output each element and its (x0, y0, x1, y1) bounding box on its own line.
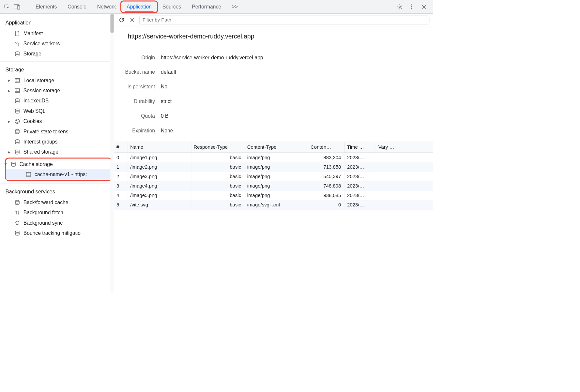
svg-point-10 (17, 44, 20, 46)
cell-name: /image2.png (128, 162, 191, 172)
scrollbar[interactable] (110, 14, 114, 293)
col-content-type[interactable]: Content-Type (245, 142, 308, 153)
svg-point-8 (15, 41, 18, 44)
cell-content-length: 938,085 (308, 191, 344, 200)
tab-sources[interactable]: Sources (157, 0, 186, 13)
cell-response-type: basic (191, 191, 245, 200)
sidebar-item-service-workers[interactable]: Service workers (0, 38, 114, 49)
cache-origin-title: https://service-worker-demo-ruddy.vercel… (114, 26, 434, 46)
expand-icon[interactable]: ▶ (8, 89, 11, 93)
device-toolbar-icon[interactable] (13, 2, 22, 11)
tab-network[interactable]: Network (92, 0, 121, 13)
info-value: None (161, 128, 173, 133)
sidebar-item-background-fetch[interactable]: Background fetch (0, 207, 114, 218)
cell-content-length: 748,898 (308, 181, 344, 191)
info-row-expiration: Expiration None (114, 123, 434, 138)
sidebar-item-private-state-tokens[interactable]: Private state tokens (0, 127, 114, 137)
collapse-icon[interactable]: ▼ (4, 162, 7, 166)
svg-point-3 (399, 6, 401, 8)
col-content-length[interactable]: Conten… (308, 142, 344, 153)
cell-vary (376, 181, 433, 191)
cell-content-length: 883,304 (308, 153, 344, 162)
sidebar-item-manifest[interactable]: Manifest (0, 28, 114, 38)
table-row[interactable]: 5/vite.svgbasicimage/svg+xml02023/… (114, 200, 433, 210)
tab-elements[interactable]: Elements (30, 0, 62, 13)
sidebar-item-cache-name-v1[interactable]: cache-name-v1 - https: (6, 169, 111, 179)
table-row[interactable]: 2/image3.pngbasicimage/png545,3972023/… (114, 172, 433, 181)
expand-icon[interactable]: ▶ (8, 150, 11, 154)
table-row[interactable]: 0/image1.pngbasicimage/png883,3042023/… (114, 153, 433, 162)
sidebar-item-bf-cache[interactable]: Back/forward cache (0, 197, 114, 207)
svg-point-5 (411, 6, 413, 8)
sidebar-item-label: Storage (23, 51, 41, 57)
sidebar-item-label: Background fetch (23, 210, 63, 216)
info-row-persistent: Is persistent No (114, 80, 434, 94)
cache-info: Origin https://service-worker-demo-ruddy… (114, 46, 434, 142)
info-value: https://service-worker-demo-ruddy.vercel… (161, 54, 263, 60)
section-application: Application (0, 16, 114, 28)
cell-index: 1 (114, 162, 128, 172)
application-sidebar: Application Manifest Service workers Sto… (0, 14, 114, 293)
database-icon (10, 161, 16, 167)
col-time-cached[interactable]: Time … (344, 142, 376, 153)
updown-icon (14, 209, 20, 216)
col-name[interactable]: Name (128, 142, 191, 153)
svg-point-6 (411, 8, 413, 9)
sidebar-item-local-storage[interactable]: ▶ Local storage (0, 75, 114, 85)
cache-entries-table: # Name Response-Type Content-Type Conten… (114, 142, 434, 210)
cell-index: 2 (114, 172, 128, 181)
sidebar-item-websql[interactable]: Web SQL (0, 106, 114, 116)
cell-name: /image5.png (128, 191, 191, 200)
table-row[interactable]: 1/image2.pngbasicimage/png713,8582023/… (114, 162, 433, 172)
info-label: Quota (114, 113, 161, 119)
cell-time: 2023/… (344, 181, 376, 191)
inspect-element-icon[interactable] (2, 2, 11, 11)
database-icon (14, 139, 20, 145)
tab-more[interactable]: >> (226, 0, 243, 13)
cell-name: /image1.png (128, 153, 191, 162)
database-icon (14, 199, 20, 205)
table-row[interactable]: 4/image5.pngbasicimage/png938,0852023/… (114, 191, 433, 200)
expand-icon[interactable]: ▶ (8, 79, 11, 83)
info-value: No (161, 84, 167, 90)
table-row[interactable]: 3/image4.pngbasicimage/png748,8982023/… (114, 181, 433, 191)
sidebar-item-bounce-tracking[interactable]: Bounce tracking mitigatio (0, 228, 114, 238)
sidebar-item-shared-storage[interactable]: ▶ Shared storage (0, 147, 114, 157)
clear-icon[interactable] (129, 16, 136, 23)
tab-performance[interactable]: Performance (187, 0, 227, 13)
col-index[interactable]: # (114, 142, 128, 153)
sidebar-item-session-storage[interactable]: ▶ Session storage (0, 85, 114, 96)
top-right-controls (395, 2, 431, 11)
refresh-icon[interactable] (118, 16, 125, 23)
filter-input[interactable] (139, 15, 429, 24)
sidebar-item-cache-storage[interactable]: ▼ Cache storage (1, 159, 111, 169)
sidebar-item-background-sync[interactable]: Background sync (0, 218, 114, 228)
tab-application[interactable]: Application (120, 0, 158, 13)
col-response-type[interactable]: Response-Type (191, 142, 245, 153)
svg-rect-2 (17, 6, 20, 9)
sidebar-item-label: Back/forward cache (23, 200, 69, 205)
tab-console[interactable]: Console (62, 0, 92, 13)
sidebar-item-interest-groups[interactable]: Interest groups (0, 137, 114, 147)
svg-point-23 (11, 162, 15, 163)
svg-point-17 (16, 120, 17, 121)
sidebar-item-storage-app[interactable]: Storage (0, 49, 114, 59)
close-icon[interactable] (420, 2, 428, 11)
settings-icon[interactable] (395, 2, 404, 11)
svg-rect-12 (15, 79, 19, 83)
sidebar-item-indexeddb[interactable]: IndexedDB (0, 96, 114, 106)
svg-point-20 (15, 129, 19, 131)
cell-response-type: basic (191, 181, 245, 191)
info-row-origin: Origin https://service-worker-demo-ruddy… (114, 50, 434, 65)
cell-vary (376, 191, 433, 200)
kebab-menu-icon[interactable] (407, 2, 416, 11)
expand-icon[interactable]: ▶ (8, 119, 11, 123)
sidebar-item-label: Cache storage (20, 161, 53, 167)
sidebar-item-cookies[interactable]: ▶ Cookies (0, 116, 114, 126)
content-pane: https://service-worker-demo-ruddy.vercel… (114, 14, 434, 293)
col-vary[interactable]: Vary … (376, 142, 433, 153)
sidebar-item-label: Manifest (23, 30, 43, 36)
svg-point-21 (15, 140, 19, 141)
sidebar-item-label: IndexedDB (23, 98, 49, 104)
devtools-tabbar: Elements Console Network Application Sou… (0, 0, 433, 14)
